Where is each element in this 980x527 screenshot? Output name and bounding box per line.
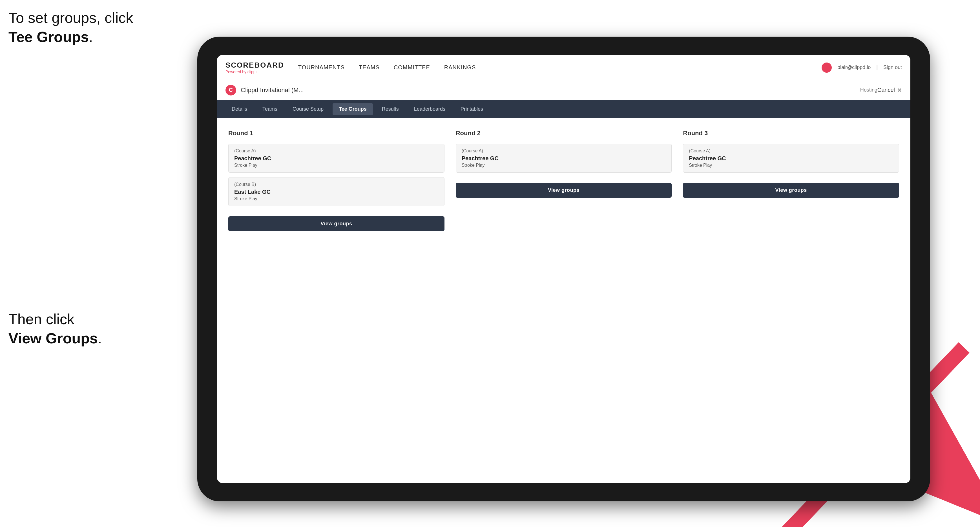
round-2-column: Round 2 (Course A) Peachtree GC Stroke P…: [456, 130, 672, 231]
round-1-view-groups-button[interactable]: View groups: [228, 216, 444, 231]
logo-area: SCOREBOARD Powered by clippit: [226, 61, 284, 74]
round-1-title: Round 1: [228, 130, 444, 137]
instruction-bottom: Then click View Groups.: [8, 310, 102, 348]
round-3-course-a-card: (Course A) Peachtree GC Stroke Play: [683, 144, 899, 173]
round-3-column: Round 3 (Course A) Peachtree GC Stroke P…: [683, 130, 899, 231]
instruction-bottom-line1: Then click: [8, 311, 75, 327]
tab-printables[interactable]: Printables: [454, 103, 489, 115]
round-2-view-groups-button[interactable]: View groups: [456, 183, 672, 198]
round-2-title: Round 2: [456, 130, 672, 137]
tablet-screen: SCOREBOARD Powered by clippit TOURNAMENT…: [217, 55, 910, 483]
round-1-course-a-card: (Course A) Peachtree GC Stroke Play: [228, 144, 444, 173]
round-2-course-a-label: (Course A): [462, 148, 666, 154]
round-1-column: Round 1 (Course A) Peachtree GC Stroke P…: [228, 130, 444, 231]
round-3-view-groups-button[interactable]: View groups: [683, 183, 899, 198]
main-content: Round 1 (Course A) Peachtree GC Stroke P…: [217, 118, 910, 483]
hosting-badge: Hosting: [860, 87, 877, 93]
tab-results[interactable]: Results: [376, 103, 405, 115]
instruction-top-line1: To set groups, click: [8, 10, 133, 26]
round-2-course-a-card: (Course A) Peachtree GC Stroke Play: [456, 144, 672, 173]
nav-sign-out[interactable]: Sign out: [883, 65, 902, 70]
rounds-container: Round 1 (Course A) Peachtree GC Stroke P…: [228, 130, 899, 231]
tab-leaderboards[interactable]: Leaderboards: [408, 103, 452, 115]
instruction-bottom-line2: View Groups: [8, 330, 98, 346]
tab-tee-groups[interactable]: Tee Groups: [332, 103, 373, 115]
sub-header: C Clippd Invitational (M... Hosting Canc…: [217, 80, 910, 100]
top-nav: SCOREBOARD Powered by clippit TOURNAMENT…: [217, 55, 910, 80]
round-2-course-a-name: Peachtree GC: [462, 155, 666, 162]
round-3-title: Round 3: [683, 130, 899, 137]
round-1-course-a-name: Peachtree GC: [234, 155, 439, 162]
round-3-course-a-name: Peachtree GC: [689, 155, 893, 162]
cancel-x-icon: ✕: [897, 87, 902, 94]
logo-text: SCOREBOARD: [226, 61, 284, 70]
nav-avatar: [822, 62, 832, 73]
round-2-course-a-format: Stroke Play: [462, 163, 666, 168]
nav-teams[interactable]: TEAMS: [359, 64, 380, 71]
tablet-frame: SCOREBOARD Powered by clippit TOURNAMENT…: [197, 37, 930, 502]
cancel-button[interactable]: Cancel ✕: [877, 87, 902, 94]
instruction-bottom-period: .: [98, 330, 102, 346]
nav-user-email[interactable]: blair@clippd.io: [837, 65, 871, 70]
nav-rankings[interactable]: RANKINGS: [444, 64, 476, 71]
tab-course-setup[interactable]: Course Setup: [286, 103, 330, 115]
tournament-logo: C: [226, 85, 236, 95]
tab-bar: Details Teams Course Setup Tee Groups Re…: [217, 100, 910, 118]
instruction-top-period: .: [89, 29, 93, 45]
round-3-course-a-format: Stroke Play: [689, 163, 893, 168]
nav-committee[interactable]: COMMITTEE: [394, 64, 430, 71]
instruction-top: To set groups, click Tee Groups.: [8, 8, 133, 46]
tournament-name: Clippd Invitational (M...: [241, 86, 857, 94]
round-1-course-b-name: East Lake GC: [234, 189, 439, 195]
round-1-course-a-format: Stroke Play: [234, 163, 439, 168]
nav-right: blair@clippd.io | Sign out: [822, 62, 902, 73]
round-1-course-b-format: Stroke Play: [234, 196, 439, 202]
tab-teams[interactable]: Teams: [256, 103, 283, 115]
round-1-course-a-label: (Course A): [234, 148, 439, 154]
round-3-course-a-label: (Course A): [689, 148, 893, 154]
nav-links: TOURNAMENTS TEAMS COMMITTEE RANKINGS: [298, 64, 822, 71]
round-1-course-b-label: (Course B): [234, 182, 439, 187]
nav-tournaments[interactable]: TOURNAMENTS: [298, 64, 345, 71]
nav-separator: |: [876, 65, 878, 70]
logo-sub: Powered by clippit: [226, 70, 284, 74]
round-1-course-b-card: (Course B) East Lake GC Stroke Play: [228, 177, 444, 206]
instruction-top-line2: Tee Groups: [8, 29, 89, 45]
tab-details[interactable]: Details: [226, 103, 253, 115]
